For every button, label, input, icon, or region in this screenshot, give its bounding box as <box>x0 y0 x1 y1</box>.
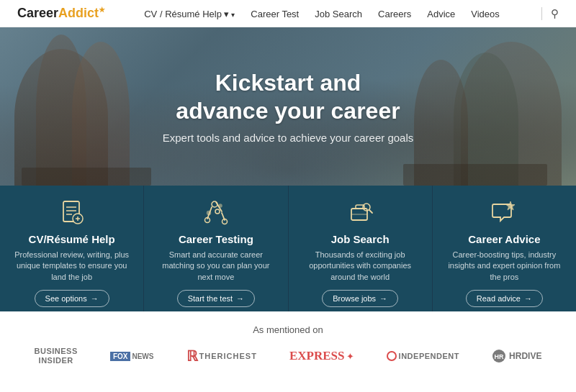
nav-item-videos[interactable]: Videos <box>471 7 500 20</box>
nav-item-advice[interactable]: Advice <box>427 7 455 20</box>
hero-section: Kickstart and advance your career Expert… <box>0 27 576 186</box>
svg-marker-20 <box>506 201 515 210</box>
hero-title: Kickstart and advance your career <box>163 69 414 124</box>
logo-fox-news: FOX NEWS <box>110 352 154 361</box>
hrdive-logo-icon: HR <box>492 349 506 363</box>
nav-divider <box>541 7 542 20</box>
nav-link-careers[interactable]: Careers <box>378 9 411 19</box>
test-icon <box>202 199 230 227</box>
card-advice-title: Career Advice <box>468 233 540 245</box>
advice-icon <box>487 199 521 227</box>
card-test-title: Career Testing <box>179 233 253 245</box>
logo-therichest: ℝ THERICHEST <box>186 347 257 365</box>
mentioned-section: As mentioned on BUSINESSINSIDER FOX NEWS… <box>0 311 576 377</box>
svg-text:HR: HR <box>495 353 504 360</box>
navbar: CareerAddict★ CV / Résumé Help ▾ Career … <box>0 0 576 27</box>
card-cv-resume: CV/Résumé Help Professional review, writ… <box>0 186 144 311</box>
svg-point-15 <box>219 204 222 207</box>
briefcase-search-icon <box>346 199 374 227</box>
logo-independent: INDEPENDENT <box>387 351 459 361</box>
card-job-search: Job Search Thousands of exciting job opp… <box>289 186 433 311</box>
card-test-desc: Smart and accurate career matching so yo… <box>156 250 276 283</box>
logo-business-insider: BUSINESSINSIDER <box>35 347 78 365</box>
arrow-icon: → <box>524 294 532 303</box>
card-career-testing: Career Testing Smart and accurate career… <box>144 186 288 311</box>
svg-point-14 <box>207 211 210 215</box>
hero-content: Kickstart and advance your career Expert… <box>163 69 414 144</box>
logo-express: EXPRESS ✦ <box>289 349 354 363</box>
card-job-desc: Thousands of exciting job opportunities … <box>300 250 420 283</box>
hero-subtitle: Expert tools and advice to achieve your … <box>163 132 414 144</box>
chat-star-icon <box>490 199 518 227</box>
document-icon <box>58 199 86 227</box>
card-advice-desc: Career-boosting tips, industry insights … <box>444 250 564 283</box>
nav-link-job-search[interactable]: Job Search <box>315 9 362 19</box>
mentioned-title: As mentioned on <box>22 324 554 335</box>
nav-item-job-search[interactable]: Job Search <box>315 7 362 20</box>
nav-item-cv[interactable]: CV / Résumé Help ▾ <box>144 7 235 20</box>
cv-resume-icon <box>55 199 89 227</box>
nav-item-career-test[interactable]: Career Test <box>251 7 299 20</box>
card-cv-button[interactable]: See options → <box>35 290 109 307</box>
nav-link-career-test[interactable]: Career Test <box>251 9 299 19</box>
nav-item-careers[interactable]: Careers <box>378 7 411 20</box>
card-job-button[interactable]: Browse jobs → <box>322 290 398 307</box>
career-test-icon <box>199 199 233 227</box>
card-job-title: Job Search <box>331 233 390 245</box>
arrow-icon: → <box>379 294 387 303</box>
card-cv-title: CV/Résumé Help <box>29 233 115 245</box>
search-icon[interactable]: ⚲ <box>551 7 559 20</box>
svg-line-18 <box>369 210 372 213</box>
card-career-advice: Career Advice Career-boosting tips, indu… <box>433 186 576 311</box>
job-search-icon <box>343 199 377 227</box>
card-advice-button[interactable]: Read advice → <box>466 290 543 307</box>
nav-link-advice[interactable]: Advice <box>427 9 455 19</box>
arrow-icon: → <box>236 294 244 303</box>
arrow-icon: → <box>91 294 99 303</box>
nav-links: CV / Résumé Help ▾ Career Test Job Searc… <box>144 7 500 20</box>
feature-cards: CV/Résumé Help Professional review, writ… <box>0 186 576 311</box>
nav-link-cv[interactable]: CV / Résumé Help ▾ <box>144 9 235 19</box>
nav-link-videos[interactable]: Videos <box>471 9 500 19</box>
press-logos: BUSINESSINSIDER FOX NEWS ℝ THERICHEST EX… <box>22 347 554 365</box>
card-test-button[interactable]: Start the test → <box>177 290 255 307</box>
svg-point-13 <box>215 209 220 214</box>
brand-logo[interactable]: CareerAddict★ <box>17 6 105 21</box>
logo-hrdive: HR HRDIVE <box>492 349 541 363</box>
card-cv-desc: Professional review, writing, plus uniqu… <box>12 250 132 283</box>
